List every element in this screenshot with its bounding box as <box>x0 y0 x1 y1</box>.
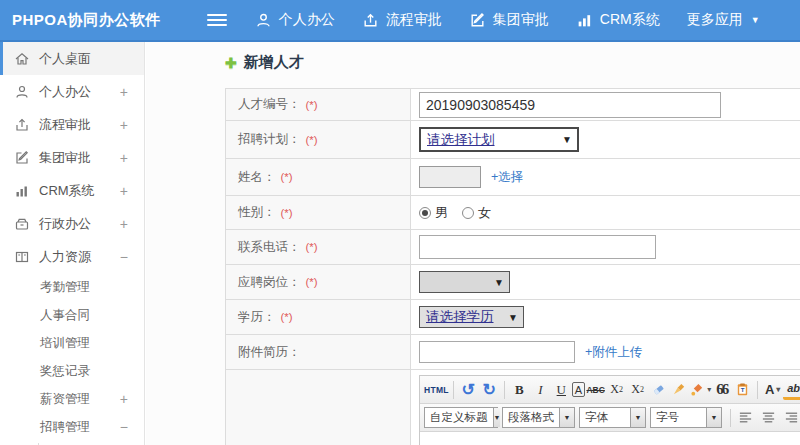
resume-file-input[interactable] <box>419 341 575 363</box>
choose-person-link[interactable]: +选择 <box>491 169 523 186</box>
expand-plus-icon[interactable]: + <box>120 183 128 199</box>
custom-heading-select[interactable]: 自定义标题 ▼ <box>424 407 498 428</box>
collapse-minus-icon[interactable]: − <box>120 249 128 265</box>
position-select[interactable]: ▼ <box>419 271 510 293</box>
menu-toggle-icon[interactable] <box>207 11 227 29</box>
char-border-button[interactable]: A <box>572 382 585 397</box>
education-select[interactable]: 请选择学历 ▼ <box>419 306 524 328</box>
superscript-button[interactable]: X2 <box>606 379 627 400</box>
expand-plus-icon[interactable]: + <box>120 117 128 133</box>
sidebar-item-hr[interactable]: 人力资源 − <box>0 240 144 273</box>
phone-input[interactable] <box>419 235 656 259</box>
svg-text:T: T <box>741 386 745 393</box>
sidebar-item-label: 人事合同 <box>40 307 90 324</box>
topnav-personal-office[interactable]: 个人办公 <box>255 11 335 29</box>
book-icon <box>14 249 30 265</box>
sidebar-item-label: CRM系统 <box>39 182 95 200</box>
top-navigation: 个人办公 流程审批 集团审批 CRM系统 更多应用 <box>255 11 787 29</box>
font-color-button[interactable]: A▾ <box>762 379 783 400</box>
name-input[interactable] <box>419 166 481 188</box>
field-label: 性别：(*) <box>226 196 411 229</box>
redo-button[interactable]: ↻ <box>479 379 500 400</box>
sidebar-item-label: 流程审批 <box>39 116 91 134</box>
form-row-gender: 性别：(*) 男 女 <box>226 196 800 230</box>
sidebar-item-process-approval[interactable]: 流程审批 + <box>0 108 144 141</box>
caret-down-icon: ▾ <box>776 385 780 394</box>
recruit-plan-select[interactable]: 请选择计划 ▼ <box>419 127 579 152</box>
expand-plus-icon[interactable]: + <box>120 84 128 100</box>
sidebar-item-desktop[interactable]: 个人桌面 <box>0 42 144 75</box>
topbar: PHPOA协同办公软件 个人办公 流程审批 集团审批 <box>0 0 800 42</box>
sidebar-item-salary[interactable]: 薪资管理 + <box>0 385 144 413</box>
topnav-more-apps[interactable]: 更多应用 ▼ <box>687 11 760 29</box>
gender-male-radio[interactable] <box>419 207 431 219</box>
sidebar-item-rewards[interactable]: 奖惩记录 <box>0 357 144 385</box>
collapse-minus-icon[interactable]: − <box>120 419 128 435</box>
expand-plus-icon[interactable]: + <box>120 216 128 232</box>
home-icon <box>14 51 30 67</box>
talent-id-input[interactable] <box>419 92 721 118</box>
form-row-phone: 联系电话：(*) <box>226 230 800 265</box>
field-label: 招聘计划：(*) <box>226 121 411 158</box>
caret-down-icon: ▼ <box>751 15 760 25</box>
sidebar-item-label: 个人桌面 <box>39 50 91 68</box>
paste-text-icon[interactable]: T <box>732 379 753 400</box>
select-arrow-icon: ▼ <box>494 277 504 288</box>
eraser-icon[interactable] <box>648 379 669 400</box>
sidebar-item-label: 考勤管理 <box>40 279 90 296</box>
gender-female-radio[interactable] <box>462 207 474 219</box>
sidebar-item-personal-office[interactable]: 个人办公 + <box>0 75 144 108</box>
form-row-talent-id: 人才编号：(*) <box>226 89 800 121</box>
main-content: ✚ 新增人才 人才编号：(*) 招聘计划：(*) 请选择计划 ▼ <box>146 42 800 445</box>
bold-button[interactable]: B <box>509 379 530 400</box>
process-icon <box>362 12 379 29</box>
field-label: 附件简历： <box>226 335 411 369</box>
sidebar-item-hr-contract[interactable]: 人事合同 <box>0 301 144 329</box>
sidebar-item-group-approval[interactable]: 集团审批 + <box>0 141 144 174</box>
undo-button[interactable]: ↺ <box>458 379 479 400</box>
combo-arrow-icon: ▼ <box>706 408 721 427</box>
strikethrough-button[interactable]: ABC <box>585 379 606 400</box>
required-mark: (*) <box>306 276 318 288</box>
expand-plus-icon[interactable]: + <box>120 150 128 166</box>
topnav-crm[interactable]: CRM系统 <box>576 11 660 29</box>
sidebar-item-crm[interactable]: CRM系统 + <box>0 174 144 207</box>
font-family-select[interactable]: 字体 ▼ <box>579 407 646 428</box>
paragraph-format-select[interactable]: 段落格式 ▼ <box>502 407 575 428</box>
highlight-color-button[interactable]: ab <box>783 379 800 400</box>
underline-button[interactable]: U <box>551 379 572 400</box>
sidebar-item-recruit-mgmt[interactable]: 招聘管理 − <box>0 413 144 441</box>
required-mark: (*) <box>306 134 318 146</box>
select-arrow-icon: ▼ <box>508 312 518 323</box>
required-mark: (*) <box>281 207 293 219</box>
form-row-education: 学历：(*) 请选择学历 ▼ <box>226 300 800 335</box>
editor-content-area[interactable] <box>420 432 800 445</box>
sidebar-item-admin-office[interactable]: 行政办公 + <box>0 207 144 240</box>
align-left-icon[interactable] <box>735 407 756 428</box>
sidebar-item-recruit-demand[interactable]: 招聘需求 <box>0 441 144 445</box>
italic-button[interactable]: I <box>530 379 551 400</box>
page-title: 新增人才 <box>244 53 304 72</box>
format-brush-icon[interactable]: ▾ <box>690 379 711 400</box>
attachment-upload-link[interactable]: +附件上传 <box>585 344 642 361</box>
align-right-icon[interactable] <box>781 407 800 428</box>
topnav-label: 更多应用 <box>687 11 743 29</box>
sidebar-item-training[interactable]: 培训管理 <box>0 329 144 357</box>
select-arrow-icon: ▼ <box>562 134 572 145</box>
edit-icon <box>469 12 486 29</box>
clear-format-broom-icon[interactable] <box>669 379 690 400</box>
blockquote-button[interactable]: 66 <box>711 379 732 400</box>
topnav-process-approval[interactable]: 流程审批 <box>362 11 442 29</box>
font-size-select[interactable]: 字号 ▼ <box>650 407 722 428</box>
expand-plus-icon[interactable]: + <box>120 391 128 407</box>
person-icon <box>14 84 30 100</box>
briefcase-icon <box>14 216 30 232</box>
topnav-label: CRM系统 <box>600 11 660 29</box>
source-code-button[interactable]: HTML <box>424 379 449 400</box>
sidebar-item-label: 人力资源 <box>39 248 91 266</box>
align-center-icon[interactable] <box>758 407 779 428</box>
field-label: 人才编号：(*) <box>226 89 411 120</box>
sidebar-item-attendance[interactable]: 考勤管理 <box>0 273 144 301</box>
subscript-button[interactable]: X2 <box>627 379 648 400</box>
topnav-group-approval[interactable]: 集团审批 <box>469 11 549 29</box>
